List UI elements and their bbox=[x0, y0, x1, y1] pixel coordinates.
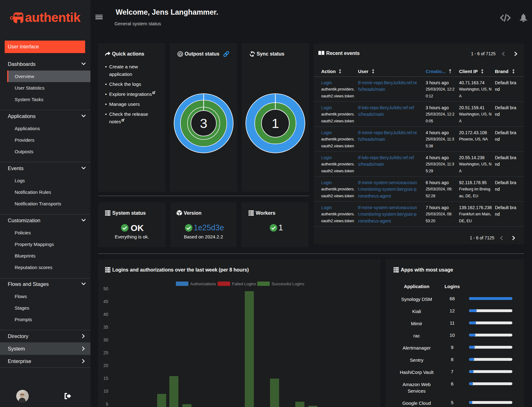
svg-text:3: 3 bbox=[200, 116, 207, 131]
svg-text:1: 1 bbox=[272, 116, 279, 131]
